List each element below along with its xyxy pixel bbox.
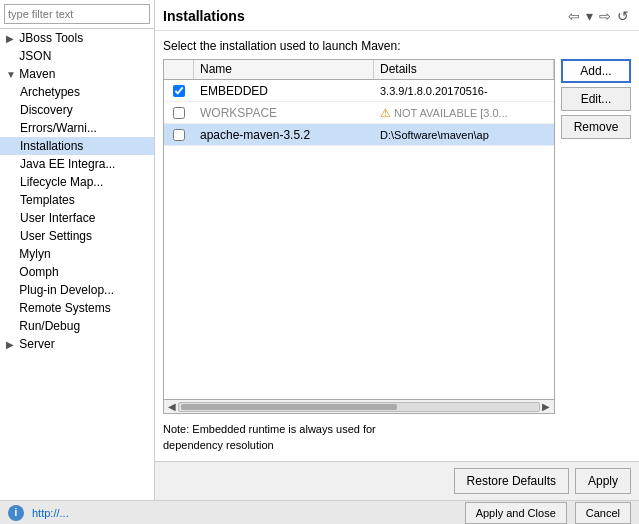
main-container: ▶ JBoss Tools JSON ▼ Maven Archetypes Di… <box>0 0 639 500</box>
sidebar-item-mylyn[interactable]: Mylyn <box>0 245 154 263</box>
sidebar-item-oomph[interactable]: Oomph <box>0 263 154 281</box>
content-header: Installations ⇦ ▾ ⇨ ↺ <box>155 0 639 31</box>
spacer-icon <box>6 285 16 296</box>
forward-icon: ⇨ <box>599 8 611 24</box>
checkbox-embedded[interactable] <box>173 85 185 97</box>
installations-table: Name Details EMBEDDED 3.3.9/1.8.0.201705… <box>163 59 555 414</box>
installations-panel: Name Details EMBEDDED 3.3.9/1.8.0.201705… <box>163 59 631 414</box>
back-icon: ⇦ <box>568 8 580 24</box>
edit-button[interactable]: Edit... <box>561 87 631 111</box>
sidebar-item-json[interactable]: JSON <box>0 47 154 65</box>
table-header: Name Details <box>164 60 554 80</box>
expand-icon: ▼ <box>6 69 16 80</box>
tree-area: ▶ JBoss Tools JSON ▼ Maven Archetypes Di… <box>0 29 154 500</box>
spacer-icon <box>6 321 16 332</box>
refresh-button[interactable]: ↺ <box>615 6 631 26</box>
scroll-right-icon[interactable]: ▶ <box>540 401 552 412</box>
sidebar-item-installations[interactable]: Installations <box>0 137 154 155</box>
checkbox-apache[interactable] <box>173 129 185 141</box>
sidebar-item-server[interactable]: ▶ Server <box>0 335 154 353</box>
add-button[interactable]: Add... <box>561 59 631 83</box>
toolbar-icons: ⇦ ▾ ⇨ ↺ <box>566 6 631 26</box>
row-name-workspace: WORKSPACE <box>194 104 374 122</box>
filter-input[interactable] <box>4 4 150 24</box>
sidebar-item-plugin-develop[interactable]: Plug-in Develop... <box>0 281 154 299</box>
row-check-apache[interactable] <box>164 127 194 143</box>
sidebar-item-maven[interactable]: ▼ Maven <box>0 65 154 83</box>
action-buttons: Add... Edit... Remove <box>561 59 631 414</box>
sidebar-item-java-ee[interactable]: Java EE Integra... <box>0 155 154 173</box>
sidebar-item-run-debug[interactable]: Run/Debug <box>0 317 154 335</box>
sidebar-item-remote-systems[interactable]: Remote Systems <box>0 299 154 317</box>
warning-icon: ⚠ <box>380 106 391 120</box>
bottom-bar: Restore Defaults Apply <box>155 461 639 500</box>
status-url: http://... <box>32 507 457 519</box>
sidebar: ▶ JBoss Tools JSON ▼ Maven Archetypes Di… <box>0 0 155 500</box>
header-details: Details <box>374 60 554 79</box>
cancel-button[interactable]: Cancel <box>575 502 631 524</box>
sidebar-item-templates[interactable]: Templates <box>0 191 154 209</box>
row-check-workspace[interactable] <box>164 105 194 121</box>
sidebar-item-discovery[interactable]: Discovery <box>0 101 154 119</box>
spacer-icon <box>6 51 16 62</box>
sidebar-item-archetypes[interactable]: Archetypes <box>0 83 154 101</box>
sidebar-item-jboss-tools[interactable]: ▶ JBoss Tools <box>0 29 154 47</box>
table-row[interactable]: WORKSPACE ⚠ NOT AVAILABLE [3.0... <box>164 102 554 124</box>
status-bar: i http://... Apply and Close Cancel <box>0 500 639 524</box>
row-check-embedded[interactable] <box>164 83 194 99</box>
horizontal-scrollbar-area: ◀ ▶ <box>164 399 554 413</box>
expand-icon: ▶ <box>6 33 16 44</box>
sidebar-item-lifecycle[interactable]: Lifecycle Map... <box>0 173 154 191</box>
spacer-icon <box>6 249 16 260</box>
spacer-icon <box>6 303 16 314</box>
scroll-left-icon[interactable]: ◀ <box>166 401 178 412</box>
sidebar-item-errors-warnings[interactable]: Errors/Warni... <box>0 119 154 137</box>
table-body: EMBEDDED 3.3.9/1.8.0.20170516- WORKSPACE… <box>164 80 554 399</box>
refresh-icon: ↺ <box>617 8 629 24</box>
page-title: Installations <box>163 8 245 24</box>
note-text: Note: Embedded runtime is always used fo… <box>163 422 631 453</box>
table-row[interactable]: apache-maven-3.5.2 D:\Software\maven\ap <box>164 124 554 146</box>
row-details-workspace: ⚠ NOT AVAILABLE [3.0... <box>374 104 554 122</box>
instruction-text: Select the installation used to launch M… <box>163 39 631 53</box>
forward-button[interactable]: ⇨ <box>597 6 613 26</box>
back-button[interactable]: ⇦ <box>566 6 582 26</box>
content-area: Installations ⇦ ▾ ⇨ ↺ Select the install… <box>155 0 639 500</box>
scrollbar-thumb <box>181 404 397 410</box>
spacer-icon <box>6 267 16 278</box>
sidebar-item-user-settings[interactable]: User Settings <box>0 227 154 245</box>
horizontal-scrollbar[interactable] <box>178 402 540 412</box>
row-name-apache: apache-maven-3.5.2 <box>194 126 374 144</box>
dropdown-button[interactable]: ▾ <box>584 6 595 26</box>
restore-defaults-button[interactable]: Restore Defaults <box>454 468 569 494</box>
apply-and-close-button[interactable]: Apply and Close <box>465 502 567 524</box>
sidebar-item-user-interface[interactable]: User Interface <box>0 209 154 227</box>
info-icon: i <box>8 505 24 521</box>
header-name: Name <box>194 60 374 79</box>
checkbox-workspace[interactable] <box>173 107 185 119</box>
table-row[interactable]: EMBEDDED 3.3.9/1.8.0.20170516- <box>164 80 554 102</box>
row-details-embedded: 3.3.9/1.8.0.20170516- <box>374 83 554 99</box>
expand-icon: ▶ <box>6 339 16 350</box>
remove-button[interactable]: Remove <box>561 115 631 139</box>
row-name-embedded: EMBEDDED <box>194 82 374 100</box>
filter-box <box>0 0 154 29</box>
content-body: Select the installation used to launch M… <box>155 31 639 461</box>
row-details-apache: D:\Software\maven\ap <box>374 127 554 143</box>
apply-button[interactable]: Apply <box>575 468 631 494</box>
header-check <box>164 60 194 79</box>
dropdown-icon: ▾ <box>586 8 593 24</box>
